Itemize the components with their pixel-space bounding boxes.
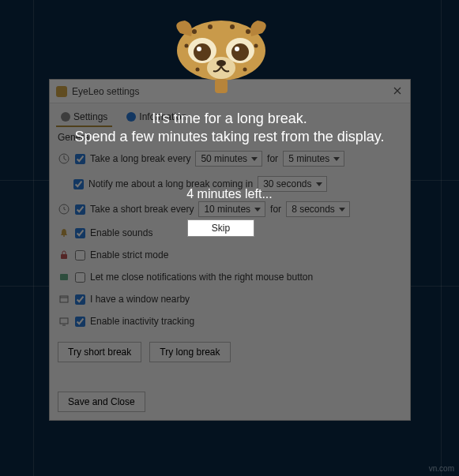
svg-point-23 [185,44,189,48]
svg-point-25 [196,68,200,72]
svg-point-18 [216,60,226,66]
svg-point-14 [231,43,249,61]
leopard-mascot [163,17,280,93]
svg-point-24 [254,44,258,48]
svg-point-16 [235,47,239,51]
svg-point-26 [243,68,247,72]
svg-point-13 [194,43,211,61]
skip-button[interactable]: Skip [187,219,254,237]
svg-point-15 [197,47,201,51]
watermark: vn.com [429,464,454,473]
svg-rect-27 [215,79,228,93]
svg-point-21 [230,24,235,29]
svg-point-20 [208,24,213,29]
svg-point-22 [246,29,250,34]
svg-point-19 [192,29,197,34]
